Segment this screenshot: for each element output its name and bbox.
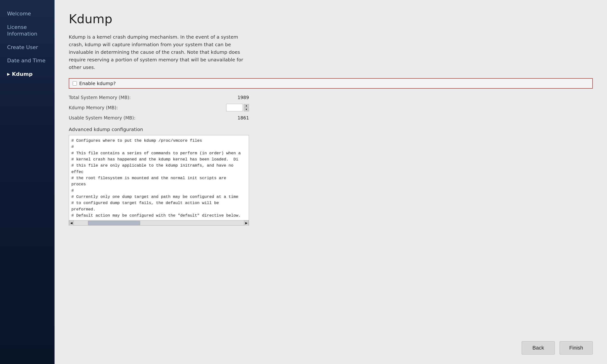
back-button[interactable]: Back <box>522 341 555 354</box>
config-textarea-container <box>69 135 249 221</box>
usable-memory-value: 1861 <box>230 115 249 120</box>
hscroll-track[interactable] <box>74 221 249 225</box>
enable-kdump-label[interactable]: Enable kdump? <box>79 80 116 86</box>
description-text: Kdump is a kernel crash dumping mechanis… <box>69 33 249 71</box>
hscroll-thumb[interactable] <box>88 221 140 225</box>
page-title: Kdump <box>69 12 593 26</box>
kdump-memory-spinner[interactable]: 128 ▲ ▼ <box>226 104 249 111</box>
total-memory-label: Total System Memory (MB): <box>69 95 230 100</box>
kdump-memory-row: Kdump Memory (MB): 128 ▲ ▼ <box>69 104 249 111</box>
spinner-down-button[interactable]: ▼ <box>244 108 249 111</box>
total-memory-row: Total System Memory (MB): 1989 <box>69 95 249 100</box>
sidebar-item-label: License Information <box>7 24 50 38</box>
sidebar-item-label: Kdump <box>12 71 32 78</box>
sidebar-item-label: Create User <box>7 44 38 51</box>
sidebar-item-license[interactable]: License Information <box>0 21 54 41</box>
enable-kdump-container[interactable]: Enable kdump? <box>69 78 593 89</box>
horizontal-scrollbar[interactable]: ◀ ▶ <box>69 221 249 226</box>
spinner-up-button[interactable]: ▲ <box>244 104 249 108</box>
hscroll-left-arrow[interactable]: ◀ <box>69 221 74 226</box>
sidebar-item-label: Date and Time <box>7 57 46 64</box>
total-memory-value: 1989 <box>230 95 249 100</box>
kdump-memory-label: Kdump Memory (MB): <box>69 105 226 110</box>
spinner-buttons: ▲ ▼ <box>244 104 249 111</box>
usable-memory-row: Usable System Memory (MB): 1861 <box>69 115 249 120</box>
sidebar-item-kdump[interactable]: ▶Kdump <box>0 67 54 81</box>
sidebar-item-create-user[interactable]: Create User <box>0 41 54 54</box>
finish-button[interactable]: Finish <box>560 341 593 354</box>
bottom-bar: Back Finish <box>522 341 593 354</box>
sidebar-item-date-time[interactable]: Date and Time <box>0 54 54 67</box>
enable-kdump-checkbox[interactable] <box>73 81 77 86</box>
hscroll-right-arrow[interactable]: ▶ <box>244 221 249 226</box>
active-arrow-icon: ▶ <box>7 72 10 77</box>
kdump-memory-input[interactable]: 128 <box>226 104 243 111</box>
main-content: Kdump Kdump is a kernel crash dumping me… <box>54 0 607 364</box>
sidebar-item-label: Welcome <box>7 11 31 17</box>
advanced-config-label: Advanced kdump configuration <box>69 127 593 132</box>
sidebar: WelcomeLicense InformationCreate UserDat… <box>0 0 54 364</box>
usable-memory-label: Usable System Memory (MB): <box>69 115 230 120</box>
config-textarea[interactable] <box>69 135 249 220</box>
sidebar-item-welcome[interactable]: Welcome <box>0 7 54 21</box>
